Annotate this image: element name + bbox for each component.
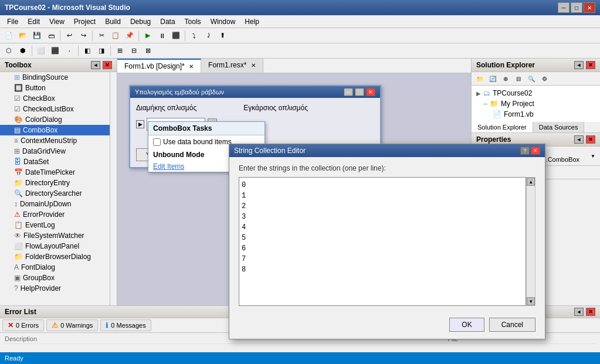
dialog-close-btn[interactable]: ✕ <box>531 147 540 155</box>
dialog-footer: OK Cancel <box>229 313 545 339</box>
dialog-help-btn[interactable]: ? <box>520 147 530 155</box>
dialog-ok-button[interactable]: OK <box>449 318 484 332</box>
dialog-overlay: String Collection Editor ? ✕ Enter the s… <box>0 0 600 364</box>
dialog-textarea-container: 0 1 2 3 4 5 6 7 8 ▲ ▼ <box>239 177 535 306</box>
scrollbar-track[interactable] <box>527 186 535 297</box>
dialog-cancel-button[interactable]: Cancel <box>489 318 535 332</box>
string-collection-textarea[interactable]: 0 1 2 3 4 5 6 7 8 <box>239 177 526 306</box>
scrollbar-down-btn[interactable]: ▼ <box>527 297 535 305</box>
dialog-body: Enter the strings in the collection (one… <box>229 157 545 313</box>
string-collection-dialog: String Collection Editor ? ✕ Enter the s… <box>229 144 545 339</box>
dialog-textarea-scrollbar[interactable]: ▲ ▼ <box>526 177 535 306</box>
dialog-title-bar: String Collection Editor ? ✕ <box>229 144 545 157</box>
dialog-title-text: String Collection Editor <box>234 147 306 155</box>
dialog-instruction: Enter the strings in the collection (one… <box>239 164 535 172</box>
scrollbar-up-btn[interactable]: ▲ <box>527 178 535 186</box>
